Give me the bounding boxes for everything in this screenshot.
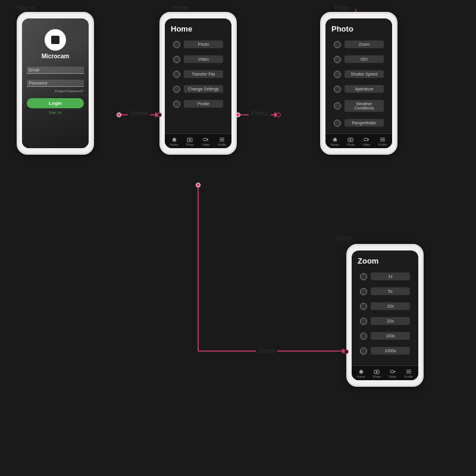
menu-1x-label: 1x	[371, 273, 410, 280]
nav-home-label: Home	[357, 375, 365, 378]
radio-photo	[173, 41, 180, 48]
list-item[interactable]: Weather Conditions	[329, 98, 389, 114]
photo-screen-label: Photo	[334, 5, 350, 11]
menu-iso-label: ISO	[345, 55, 384, 63]
list-item[interactable]: 100x	[355, 330, 415, 342]
password-input[interactable]	[27, 80, 83, 87]
photo-title: Photo	[325, 18, 392, 37]
nav-photo-label: Photo	[347, 143, 355, 146]
radio-zoom	[334, 41, 341, 48]
zoom-arrow-label: Zoom	[256, 346, 277, 355]
nav-home-label: Home	[170, 143, 178, 146]
radio-shutter	[334, 71, 341, 78]
nav-photo[interactable]: Photo	[373, 368, 381, 378]
svg-rect-19	[390, 370, 394, 372]
nav-video-label: Video	[363, 143, 371, 146]
menu-100x-label: 100x	[371, 332, 410, 340]
menu-video-label: Video	[184, 55, 223, 63]
connector-dot-home-right	[236, 112, 240, 117]
menu-5x-label: 5x	[371, 287, 410, 295]
radio-20x	[360, 318, 367, 325]
list-item[interactable]: Shutter Speed	[329, 68, 389, 80]
menu-1000x-label: 1000x	[371, 347, 410, 355]
nav-profile-label: Profile	[218, 143, 226, 146]
profile-icon	[405, 368, 412, 374]
menu-photo-label: Photo	[184, 40, 223, 48]
home-icon	[331, 136, 339, 142]
zoom-bottom-nav: Home Photo Video	[352, 365, 418, 380]
email-input[interactable]	[27, 67, 83, 74]
list-item[interactable]: 1000x	[355, 345, 415, 357]
photo-icon	[373, 368, 380, 374]
nav-profile[interactable]: Profile	[218, 136, 226, 146]
nav-home[interactable]: Home	[331, 136, 339, 146]
signin-screen: Microcam Forgot Password? Login Sign Up	[22, 18, 89, 148]
photo-icon	[186, 136, 193, 142]
radio-video	[173, 56, 180, 63]
list-item[interactable]: Transfer File	[168, 68, 228, 80]
list-item[interactable]: Video	[168, 53, 228, 65]
signin-phone: Microcam Forgot Password? Login Sign Up	[17, 12, 94, 155]
photo-phone: Photo Zoom ISO Shutter Speed Aperature W…	[320, 12, 397, 155]
video-icon	[389, 368, 396, 374]
home-arrow-label: Home	[128, 109, 150, 117]
list-item[interactable]: Rangerfinder	[329, 117, 389, 129]
nav-home[interactable]: Home	[170, 136, 178, 146]
zoom-phone: Zoom 1x 5x 10x 20x 100x	[346, 244, 424, 387]
list-item[interactable]: 5x	[355, 285, 415, 298]
menu-20x-label: 20x	[371, 317, 410, 325]
menu-10x-label: 10x	[371, 302, 410, 310]
nav-profile-label: Profile	[378, 143, 387, 146]
radio-transfer	[173, 71, 180, 78]
connector-dot-signin	[117, 112, 121, 117]
radio-weather	[334, 102, 341, 109]
nav-home[interactable]: Home	[357, 368, 365, 378]
list-item[interactable]: Zoom	[329, 38, 389, 51]
list-item[interactable]: Change Settings	[168, 83, 228, 95]
radio-10x	[360, 303, 367, 310]
nav-video[interactable]: Video	[363, 136, 371, 146]
connector-dot-photo-left	[276, 112, 281, 117]
radio-100x	[360, 333, 367, 340]
menu-rangerfinder-label: Rangerfinder	[345, 119, 384, 127]
list-item[interactable]: Aperature	[329, 83, 389, 95]
list-item[interactable]: 20x	[355, 315, 415, 327]
menu-transfer-label: Transfer File	[184, 70, 223, 78]
radio-aperture	[334, 86, 341, 93]
svg-point-18	[376, 371, 378, 372]
login-button[interactable]: Login	[27, 98, 83, 108]
menu-zoom-label: Zoom	[345, 40, 384, 48]
nav-profile-label: Profile	[405, 375, 413, 378]
profile-icon	[218, 136, 226, 142]
menu-profile-label: Profile	[184, 100, 223, 108]
home-screen-label: Home	[173, 5, 189, 11]
nav-home-label: Home	[331, 143, 339, 146]
nav-photo-label: Photo	[186, 143, 194, 146]
nav-photo[interactable]: Photo	[347, 136, 355, 146]
list-item[interactable]: Profile	[168, 98, 228, 110]
menu-aperture-label: Aperature	[345, 85, 384, 93]
nav-profile[interactable]: Profile	[378, 136, 387, 146]
list-item[interactable]: 1x	[355, 270, 415, 283]
connector-dot-zoom-top	[196, 183, 201, 187]
camera-icon	[51, 36, 60, 44]
zoom-screen-label: Zoom	[336, 235, 352, 242]
video-icon	[363, 136, 370, 142]
nav-photo-label: Photo	[373, 375, 381, 378]
list-item[interactable]: ISO	[329, 53, 389, 65]
signup-link[interactable]: Sign Up	[27, 111, 83, 114]
nav-video[interactable]: Video	[202, 136, 210, 146]
home-screen: Home Photo Video Transfer File Change Se…	[165, 18, 231, 148]
forgot-password-link[interactable]: Forgot Password?	[27, 89, 83, 93]
radio-settings	[173, 86, 180, 93]
nav-profile[interactable]: Profile	[405, 368, 413, 378]
svg-point-6	[189, 139, 191, 140]
nav-video-label: Video	[389, 375, 397, 378]
list-item[interactable]: Photo	[168, 38, 228, 51]
nav-video[interactable]: Video	[389, 368, 397, 378]
zoom-screen: Zoom 1x 5x 10x 20x 100x	[352, 250, 418, 380]
app-icon	[45, 29, 66, 51]
nav-photo[interactable]: Photo	[186, 136, 194, 146]
list-item[interactable]: 10x	[355, 300, 415, 312]
radio-5x	[360, 288, 367, 295]
